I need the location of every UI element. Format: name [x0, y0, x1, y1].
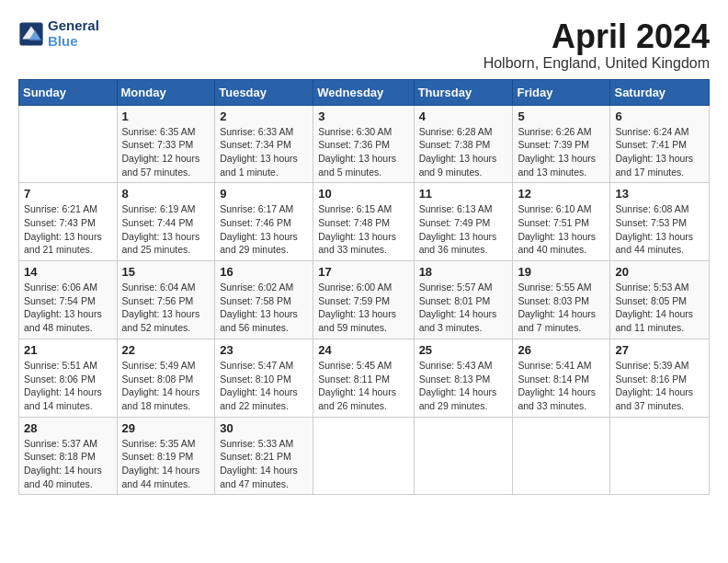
cell-details: Sunrise: 6:04 AM Sunset: 7:56 PM Dayligh…	[122, 281, 210, 335]
weekday-header-monday: Monday	[117, 79, 215, 105]
day-number: 2	[220, 109, 308, 123]
calendar-cell: 7Sunrise: 6:21 AM Sunset: 7:43 PM Daylig…	[19, 183, 118, 261]
cell-details: Sunrise: 5:45 AM Sunset: 8:11 PM Dayligh…	[318, 359, 408, 413]
calendar-cell	[313, 417, 414, 495]
day-number: 30	[220, 421, 308, 435]
day-number: 23	[220, 343, 308, 357]
cell-details: Sunrise: 5:35 AM Sunset: 8:19 PM Dayligh…	[122, 437, 210, 491]
calendar-cell: 22Sunrise: 5:49 AM Sunset: 8:08 PM Dayli…	[117, 339, 215, 417]
location: Holborn, England, United Kingdom	[483, 55, 710, 72]
day-number: 11	[419, 187, 508, 201]
logo-text: General Blue	[48, 18, 99, 49]
calendar-cell: 1Sunrise: 6:35 AM Sunset: 7:33 PM Daylig…	[117, 105, 215, 183]
cell-details: Sunrise: 6:35 AM Sunset: 7:33 PM Dayligh…	[122, 125, 210, 179]
day-number: 15	[122, 265, 210, 279]
calendar-cell: 5Sunrise: 6:26 AM Sunset: 7:39 PM Daylig…	[513, 105, 610, 183]
cell-details: Sunrise: 6:21 AM Sunset: 7:43 PM Dayligh…	[24, 202, 112, 257]
cell-details: Sunrise: 6:24 AM Sunset: 7:41 PM Dayligh…	[615, 125, 704, 179]
cell-details: Sunrise: 6:28 AM Sunset: 7:38 PM Dayligh…	[419, 125, 508, 179]
weekday-header-friday: Friday	[513, 79, 610, 105]
cell-details: Sunrise: 6:08 AM Sunset: 7:53 PM Dayligh…	[615, 202, 704, 257]
cell-details: Sunrise: 6:17 AM Sunset: 7:46 PM Dayligh…	[220, 202, 308, 257]
calendar-cell: 21Sunrise: 5:51 AM Sunset: 8:06 PM Dayli…	[19, 339, 118, 417]
weekday-header-tuesday: Tuesday	[215, 79, 313, 105]
calendar-cell	[19, 105, 118, 183]
day-number: 4	[419, 109, 508, 123]
day-number: 5	[518, 109, 605, 123]
cell-details: Sunrise: 5:39 AM Sunset: 8:16 PM Dayligh…	[615, 359, 704, 413]
calendar-cell	[513, 417, 610, 495]
day-number: 7	[24, 187, 112, 201]
calendar-cell: 27Sunrise: 5:39 AM Sunset: 8:16 PM Dayli…	[610, 339, 710, 417]
weekday-header-thursday: Thursday	[414, 79, 513, 105]
week-row-1: 1Sunrise: 6:35 AM Sunset: 7:33 PM Daylig…	[19, 105, 710, 183]
calendar-cell: 8Sunrise: 6:19 AM Sunset: 7:44 PM Daylig…	[117, 183, 215, 261]
calendar-cell: 24Sunrise: 5:45 AM Sunset: 8:11 PM Dayli…	[313, 339, 414, 417]
page-header: General Blue April 2024 Holborn, England…	[18, 18, 710, 72]
calendar-cell	[414, 417, 513, 495]
cell-details: Sunrise: 6:15 AM Sunset: 7:48 PM Dayligh…	[318, 202, 408, 257]
day-number: 19	[518, 265, 605, 279]
calendar-cell: 11Sunrise: 6:13 AM Sunset: 7:49 PM Dayli…	[414, 183, 513, 261]
calendar-cell: 14Sunrise: 6:06 AM Sunset: 7:54 PM Dayli…	[19, 261, 118, 339]
weekday-header-saturday: Saturday	[610, 79, 710, 105]
calendar-cell: 16Sunrise: 6:02 AM Sunset: 7:58 PM Dayli…	[215, 261, 313, 339]
day-number: 20	[615, 265, 704, 279]
logo-icon	[18, 21, 44, 47]
cell-details: Sunrise: 5:55 AM Sunset: 8:03 PM Dayligh…	[518, 281, 605, 335]
cell-details: Sunrise: 5:43 AM Sunset: 8:13 PM Dayligh…	[419, 359, 508, 413]
cell-details: Sunrise: 6:19 AM Sunset: 7:44 PM Dayligh…	[122, 202, 210, 257]
day-number: 28	[24, 421, 112, 435]
week-row-5: 28Sunrise: 5:37 AM Sunset: 8:18 PM Dayli…	[19, 417, 710, 495]
cell-details: Sunrise: 5:57 AM Sunset: 8:01 PM Dayligh…	[419, 281, 508, 335]
cell-details: Sunrise: 6:13 AM Sunset: 7:49 PM Dayligh…	[419, 202, 508, 257]
weekday-header-row: SundayMondayTuesdayWednesdayThursdayFrid…	[19, 79, 710, 105]
day-number: 24	[318, 343, 408, 357]
cell-details: Sunrise: 6:00 AM Sunset: 7:59 PM Dayligh…	[318, 281, 408, 335]
cell-details: Sunrise: 6:30 AM Sunset: 7:36 PM Dayligh…	[318, 125, 408, 179]
day-number: 26	[518, 343, 605, 357]
calendar-cell: 3Sunrise: 6:30 AM Sunset: 7:36 PM Daylig…	[313, 105, 414, 183]
cell-details: Sunrise: 6:33 AM Sunset: 7:34 PM Dayligh…	[220, 125, 308, 179]
weekday-header-sunday: Sunday	[19, 79, 118, 105]
day-number: 16	[220, 265, 308, 279]
day-number: 9	[220, 187, 308, 201]
cell-details: Sunrise: 5:47 AM Sunset: 8:10 PM Dayligh…	[220, 359, 308, 413]
cell-details: Sunrise: 6:06 AM Sunset: 7:54 PM Dayligh…	[24, 281, 112, 335]
week-row-4: 21Sunrise: 5:51 AM Sunset: 8:06 PM Dayli…	[19, 339, 710, 417]
calendar-cell: 19Sunrise: 5:55 AM Sunset: 8:03 PM Dayli…	[513, 261, 610, 339]
calendar-table: SundayMondayTuesdayWednesdayThursdayFrid…	[18, 79, 710, 496]
calendar-cell: 20Sunrise: 5:53 AM Sunset: 8:05 PM Dayli…	[610, 261, 710, 339]
cell-details: Sunrise: 5:49 AM Sunset: 8:08 PM Dayligh…	[122, 359, 210, 413]
calendar-cell: 15Sunrise: 6:04 AM Sunset: 7:56 PM Dayli…	[117, 261, 215, 339]
calendar-cell: 29Sunrise: 5:35 AM Sunset: 8:19 PM Dayli…	[117, 417, 215, 495]
cell-details: Sunrise: 6:26 AM Sunset: 7:39 PM Dayligh…	[518, 125, 605, 179]
calendar-cell: 9Sunrise: 6:17 AM Sunset: 7:46 PM Daylig…	[215, 183, 313, 261]
day-number: 12	[518, 187, 605, 201]
cell-details: Sunrise: 5:53 AM Sunset: 8:05 PM Dayligh…	[615, 281, 704, 335]
day-number: 10	[318, 187, 408, 201]
calendar-cell: 25Sunrise: 5:43 AM Sunset: 8:13 PM Dayli…	[414, 339, 513, 417]
day-number: 22	[122, 343, 210, 357]
week-row-3: 14Sunrise: 6:06 AM Sunset: 7:54 PM Dayli…	[19, 261, 710, 339]
calendar-cell: 30Sunrise: 5:33 AM Sunset: 8:21 PM Dayli…	[215, 417, 313, 495]
day-number: 13	[615, 187, 704, 201]
cell-details: Sunrise: 5:33 AM Sunset: 8:21 PM Dayligh…	[220, 437, 308, 491]
day-number: 3	[318, 109, 408, 123]
calendar-cell: 26Sunrise: 5:41 AM Sunset: 8:14 PM Dayli…	[513, 339, 610, 417]
cell-details: Sunrise: 5:41 AM Sunset: 8:14 PM Dayligh…	[518, 359, 605, 413]
day-number: 17	[318, 265, 408, 279]
week-row-2: 7Sunrise: 6:21 AM Sunset: 7:43 PM Daylig…	[19, 183, 710, 261]
day-number: 21	[24, 343, 112, 357]
calendar-cell: 10Sunrise: 6:15 AM Sunset: 7:48 PM Dayli…	[313, 183, 414, 261]
calendar-cell: 13Sunrise: 6:08 AM Sunset: 7:53 PM Dayli…	[610, 183, 710, 261]
calendar-cell: 4Sunrise: 6:28 AM Sunset: 7:38 PM Daylig…	[414, 105, 513, 183]
day-number: 8	[122, 187, 210, 201]
calendar-cell	[610, 417, 710, 495]
cell-details: Sunrise: 5:37 AM Sunset: 8:18 PM Dayligh…	[24, 437, 112, 491]
calendar-cell: 6Sunrise: 6:24 AM Sunset: 7:41 PM Daylig…	[610, 105, 710, 183]
cell-details: Sunrise: 6:10 AM Sunset: 7:51 PM Dayligh…	[518, 202, 605, 257]
month-title: April 2024	[483, 18, 710, 55]
weekday-header-wednesday: Wednesday	[313, 79, 414, 105]
day-number: 18	[419, 265, 508, 279]
